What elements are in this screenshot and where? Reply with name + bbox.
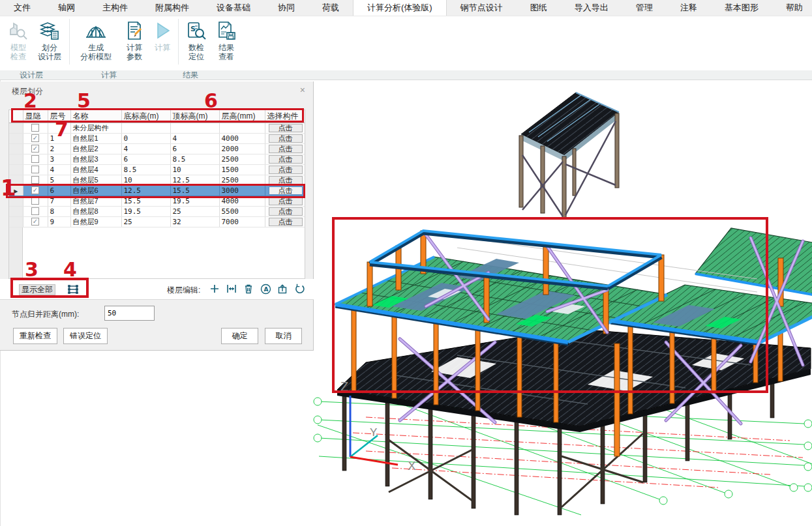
close-icon[interactable]: × — [300, 85, 305, 95]
column-header-2[interactable]: 名称 — [70, 110, 121, 123]
ribbon-button-generate-analysis-model[interactable]: 生成 分析模型 — [72, 16, 119, 68]
menu-tab-10[interactable]: 导入导出 — [561, 0, 622, 16]
menu-tab-2[interactable]: 主构件 — [89, 0, 142, 16]
visibility-checkbox[interactable] — [31, 124, 39, 132]
visibility-checkbox[interactable]: ✓ — [31, 186, 39, 194]
menu-tab-14[interactable]: 帮助 — [772, 0, 812, 16]
ribbon-button-model-check[interactable]: 模型 检查 — [4, 16, 33, 68]
menu-tab-13[interactable]: 基本图形 — [711, 0, 772, 16]
ribbon-button-calculate[interactable]: 计算 — [149, 16, 175, 68]
floor-row-7[interactable]: 7自然层715.519.54000点击 — [9, 196, 305, 206]
select-member-button[interactable]: 点击 — [269, 155, 303, 164]
undo-icon[interactable] — [293, 283, 305, 295]
ribbon-button-result-view[interactable]: 结果 查看 — [211, 16, 241, 68]
error-locate-button[interactable]: 错误定位 — [63, 328, 108, 344]
export-floor-icon[interactable] — [277, 283, 288, 295]
visibility-checkbox[interactable] — [31, 155, 39, 163]
floor-row-2[interactable]: ✓2自然层2462000点击 — [9, 143, 305, 154]
select-member-button[interactable]: 点击 — [269, 197, 303, 205]
ribbon-button-split-design-layer[interactable]: 划分 设计层 — [33, 16, 67, 68]
select-member-cell: 点击 — [265, 143, 305, 154]
recheck-button[interactable]: 重新检查 — [13, 328, 57, 344]
floor-name: 自然层9 — [70, 216, 121, 227]
merge-distance-input[interactable] — [104, 306, 155, 321]
axis-z-label: Z — [340, 379, 348, 394]
floor-row-9[interactable]: ✓9自然层925327000点击 — [9, 216, 305, 227]
floor-edit-icons: A — [209, 283, 305, 295]
floor-name: 自然层3 — [70, 154, 121, 164]
column-header-3[interactable]: 底标高(m) — [121, 110, 170, 123]
bottom-elevation — [121, 123, 170, 133]
select-member-cell: 点击 — [265, 206, 305, 216]
column-header-4[interactable]: 顶标高(m) — [170, 110, 219, 123]
ribbon-button-data-check-locate[interactable]: S 数检 定位 — [181, 16, 211, 68]
visibility-checkbox[interactable]: ✓ — [31, 145, 39, 153]
menu-tab-4[interactable]: 设备基础 — [203, 0, 264, 16]
cancel-button[interactable]: 取消 — [265, 328, 302, 344]
ribbon-button-calc-params[interactable]: 计算 参数 — [119, 16, 149, 68]
select-member-button[interactable]: 点击 — [269, 145, 303, 153]
menu-tab-7[interactable]: 计算分析(体验版) — [353, 0, 447, 16]
insert-floor-icon[interactable] — [226, 283, 237, 295]
ribbon-label: 设计层 — [38, 52, 61, 61]
select-member-button[interactable]: 点击 — [269, 176, 303, 184]
select-member-button[interactable]: 点击 — [269, 134, 303, 143]
floor-row-6[interactable]: ▶✓6自然层612.515.53000点击 — [9, 185, 305, 196]
floor-row-4[interactable]: 4自然层48.5101500点击 — [9, 164, 305, 175]
select-member-button[interactable]: 点击 — [269, 218, 303, 226]
ribbon-group-result: 结果 — [155, 70, 226, 80]
menu-tab-3[interactable]: 附属构件 — [142, 0, 203, 16]
select-frame-icon[interactable] — [67, 284, 79, 297]
visibility-checkbox[interactable] — [31, 176, 39, 184]
truss-model-icon — [85, 19, 107, 42]
ribbon-label: 参数 — [127, 52, 142, 61]
menu-tab-6[interactable]: 荷载 — [308, 0, 353, 16]
menu-tab-8[interactable]: 钢节点设计 — [447, 0, 517, 16]
visibility-checkbox[interactable]: ✓ — [31, 218, 39, 226]
visibility-checkbox-cell — [23, 206, 48, 216]
floor-number: 5 — [48, 175, 70, 185]
floor-row-0[interactable]: 未分层构件点击 — [9, 123, 305, 133]
delete-floor-icon[interactable] — [243, 283, 254, 295]
visibility-checkbox[interactable]: ✓ — [31, 134, 39, 142]
visibility-checkbox-cell: ✓ — [23, 143, 48, 154]
menu-tab-9[interactable]: 图纸 — [517, 0, 561, 16]
floor-row-1[interactable]: ✓1自然层1044000点击 — [9, 133, 305, 143]
current-row-arrow-icon: ▶ — [9, 185, 23, 196]
menu-tab-1[interactable]: 轴网 — [44, 0, 89, 16]
ribbon-label: 定位 — [188, 52, 204, 61]
layer-stack-icon — [38, 19, 61, 42]
visibility-checkbox[interactable] — [31, 207, 39, 215]
column-header-1[interactable]: 层号 — [48, 110, 70, 123]
row-indicator — [9, 123, 23, 133]
menu-tab-5[interactable]: 协同 — [264, 0, 308, 16]
show-all-button[interactable]: 显示全部 — [19, 284, 55, 295]
ok-button[interactable]: 确定 — [221, 328, 258, 344]
column-header-6[interactable]: 选择构件 — [265, 110, 305, 123]
select-member-button[interactable]: 点击 — [269, 186, 303, 195]
select-member-button[interactable]: 点击 — [269, 207, 303, 216]
floor-number: 9 — [48, 216, 70, 227]
visibility-checkbox[interactable] — [31, 197, 39, 205]
auto-name-icon[interactable]: A — [260, 283, 271, 295]
column-header-5[interactable]: 层高(mm) — [219, 110, 265, 123]
menu-tab-0[interactable]: 文件 — [0, 0, 44, 16]
axis-x-label: X — [408, 459, 416, 473]
menu-tab-11[interactable]: 管理 — [622, 0, 667, 16]
dark-floor — [337, 329, 811, 432]
menu-tab-12[interactable]: 注释 — [667, 0, 711, 16]
column-header-0[interactable]: 显隐 — [23, 110, 48, 123]
ribbon: 模型 检查 划分 设计层 生成 分析模型 — [0, 16, 812, 80]
floor-row-8[interactable]: 8自然层819.5255500点击 — [9, 206, 305, 216]
floor-table: 显隐层号名称底标高(m)顶标高(m)层高(mm)选择构件 未分层构件点击✓1自然… — [9, 110, 305, 227]
add-floor-icon[interactable] — [209, 283, 220, 295]
floor-row-5[interactable]: 5自然层51012.52500点击 — [9, 175, 305, 185]
select-member-button[interactable]: 点击 — [269, 166, 303, 174]
bottom-elevation: 0 — [121, 133, 170, 143]
visibility-checkbox[interactable] — [31, 166, 39, 173]
select-member-button[interactable]: 点击 — [269, 124, 303, 132]
visibility-checkbox-cell — [23, 123, 48, 133]
ribbon-label: 分析模型 — [80, 52, 112, 61]
floor-number: 6 — [48, 185, 70, 196]
floor-row-3[interactable]: 3自然层368.52500点击 — [9, 154, 305, 164]
